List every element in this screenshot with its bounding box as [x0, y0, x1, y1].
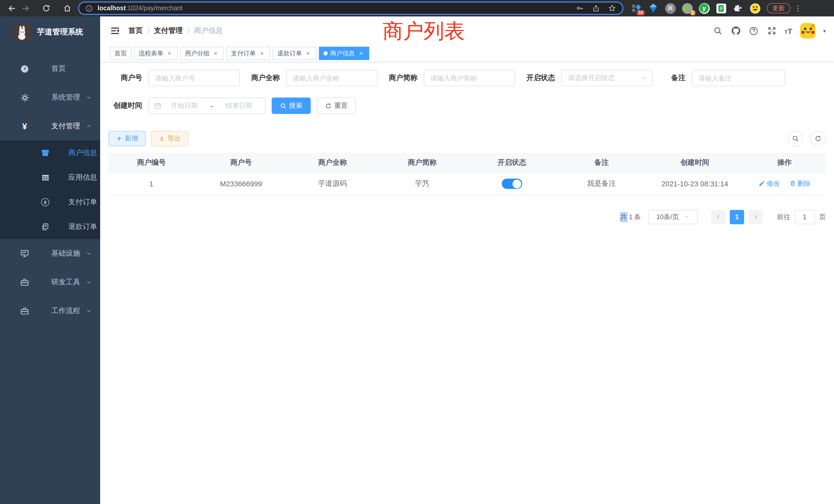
search-icon[interactable]: [712, 26, 723, 36]
sidebar-item-app-info[interactable]: 应用信息: [0, 165, 100, 190]
cell-full-name: 芋道源码: [288, 173, 377, 195]
tab-process-form[interactable]: 流程表单×: [134, 47, 178, 60]
breadcrumb-home[interactable]: 首页: [128, 26, 143, 36]
extension-badge: 1: [690, 10, 695, 16]
short-name-label: 商户简称: [383, 73, 424, 83]
bookmark-star-icon[interactable]: [608, 4, 616, 12]
browser-forward-button[interactable]: [19, 2, 32, 15]
extension-blue-diamond-icon[interactable]: 10: [631, 3, 642, 14]
sidebar-item-pay-order[interactable]: ¥ 支付订单: [0, 190, 100, 214]
extension-y-icon[interactable]: y: [698, 3, 710, 14]
screen: localhost:1024/pay/merchant 10: [0, 0, 834, 504]
extension-icons: 10 ⌘ 1 y: [631, 3, 761, 14]
url-host: localhost: [97, 5, 126, 12]
refresh-icon[interactable]: [810, 131, 826, 146]
edit-link[interactable]: 修改: [758, 179, 780, 188]
toggle-search-icon[interactable]: [788, 131, 803, 146]
remark-input[interactable]: [692, 70, 785, 86]
password-key-icon[interactable]: [576, 4, 584, 12]
close-icon[interactable]: ×: [212, 50, 219, 57]
app-logo[interactable]: 芋道管理系统: [0, 17, 100, 47]
col-full-name: 商户全称: [288, 153, 377, 173]
sidebar-item-pay[interactable]: ¥ 支付管理: [0, 112, 100, 141]
gear-icon: [20, 93, 29, 102]
close-icon[interactable]: ×: [166, 50, 173, 57]
sidebar-menu: 首页 系统管理 ¥ 支付管理: [0, 47, 100, 325]
share-icon[interactable]: [592, 4, 600, 12]
sidebar-item-merchant-info[interactable]: 商户信息: [0, 141, 100, 165]
chevron-down-icon: [86, 308, 92, 314]
shop-icon: [41, 148, 50, 158]
page-number-1[interactable]: 1: [730, 210, 744, 224]
document-icon: [41, 222, 50, 231]
search-button[interactable]: 搜索: [272, 97, 311, 114]
chevron-up-icon: [86, 123, 92, 129]
merchant-no-input[interactable]: [148, 70, 240, 86]
full-name-input[interactable]: [286, 70, 377, 86]
sidebar-item-system[interactable]: 系统管理: [0, 83, 100, 112]
col-status: 开启状态: [467, 153, 557, 173]
tags-view: 首页 流程表单× 用户分组× 支付订单× 退款订单× 商户信息×: [100, 45, 834, 62]
sidebar-item-label: 商户信息: [68, 148, 97, 158]
browser-menu-icon[interactable]: ⋮: [794, 4, 802, 12]
sidebar-item-workflow[interactable]: 工作流程: [0, 297, 100, 325]
browser-update-button[interactable]: 更新: [767, 3, 790, 13]
prev-page-button[interactable]: [711, 210, 726, 224]
breadcrumb-current: 商户信息: [194, 26, 223, 36]
date-separator: -: [207, 102, 216, 110]
sidebar-fold-icon[interactable]: [110, 26, 120, 36]
tab-merchant-info[interactable]: 商户信息×: [319, 47, 369, 60]
breadcrumb-separator: /: [188, 27, 190, 35]
breadcrumb: 首页 / 支付管理 / 商户信息: [128, 26, 223, 36]
sidebar-item-label: 退款订单: [68, 222, 97, 231]
sidebar-item-home[interactable]: 首页: [0, 54, 100, 83]
site-info-icon[interactable]: [85, 4, 93, 12]
close-icon[interactable]: ×: [357, 50, 365, 57]
logo-image: [13, 23, 30, 40]
fullscreen-icon[interactable]: [766, 26, 777, 36]
extension-command-icon[interactable]: ⌘: [664, 3, 676, 14]
delete-link[interactable]: 删除: [789, 179, 811, 188]
sidebar-item-infra[interactable]: 基础设施: [0, 239, 100, 268]
sidebar-item-label: 应用信息: [68, 173, 97, 182]
date-range-input[interactable]: 开始日期 - 结束日期: [148, 97, 265, 114]
next-page-button[interactable]: [748, 210, 763, 224]
goto-page-input[interactable]: [794, 210, 815, 224]
help-icon[interactable]: [748, 26, 759, 36]
extension-emoji-icon[interactable]: [749, 3, 761, 14]
tab-home[interactable]: 首页: [110, 47, 131, 60]
avatar[interactable]: [800, 23, 815, 39]
avatar-caret-icon[interactable]: ▾: [823, 28, 826, 33]
export-button[interactable]: 导出: [151, 131, 189, 146]
github-icon[interactable]: [730, 26, 741, 36]
toolbox-icon: [20, 306, 29, 316]
table-toolbar: 新增 导出: [108, 131, 826, 146]
browser-back-button[interactable]: [5, 2, 19, 15]
tab-pay-order[interactable]: 支付订单×: [226, 47, 270, 60]
tab-user-group[interactable]: 用户分组×: [180, 47, 224, 60]
close-icon[interactable]: ×: [258, 50, 265, 57]
chevron-down-icon: [684, 214, 690, 220]
extension-camera-icon[interactable]: 1: [681, 3, 693, 14]
reset-button[interactable]: 重置: [317, 97, 356, 114]
status-select[interactable]: 请选择开启状态: [561, 70, 653, 86]
annotation-text: 商户列表: [382, 17, 465, 45]
sidebar-item-refund-order[interactable]: 退款订单: [0, 214, 100, 239]
sidebar: 芋道管理系统 首页 系统管理 ¥: [0, 17, 100, 504]
breadcrumb-pay[interactable]: 支付管理: [154, 26, 183, 36]
page-size-select[interactable]: 10条/页: [648, 210, 698, 224]
status-toggle[interactable]: [502, 179, 522, 189]
tab-refund-order[interactable]: 退款订单×: [273, 47, 316, 60]
short-name-input[interactable]: [424, 70, 515, 86]
extension-green-doc-icon[interactable]: [716, 3, 727, 14]
sidebar-item-dev-tools[interactable]: 研发工具: [0, 268, 100, 297]
browser-home-button[interactable]: [61, 2, 74, 15]
font-size-icon[interactable]: TT: [785, 26, 792, 35]
address-bar[interactable]: localhost:1024/pay/merchant: [78, 2, 623, 15]
extensions-puzzle-icon[interactable]: [732, 3, 744, 14]
add-button[interactable]: 新增: [108, 131, 146, 146]
browser-reload-button[interactable]: [40, 2, 53, 15]
extension-gem-icon[interactable]: [648, 3, 659, 14]
close-icon[interactable]: ×: [305, 50, 312, 57]
app-title: 芋道管理系统: [37, 27, 83, 37]
